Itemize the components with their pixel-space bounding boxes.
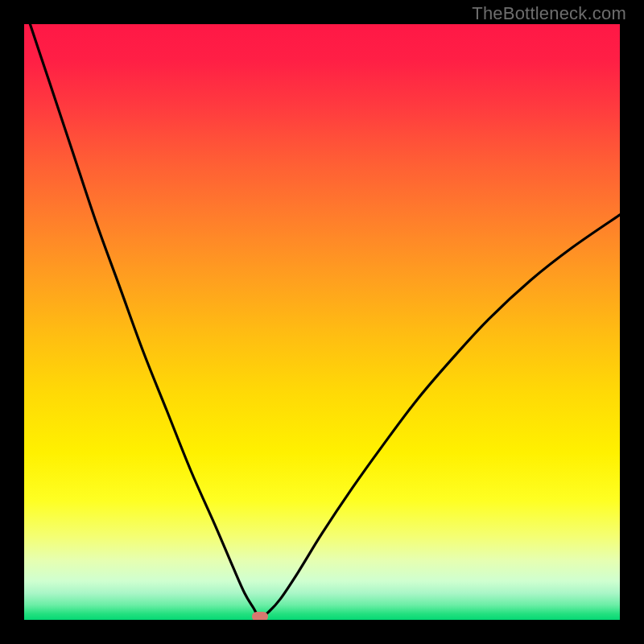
- min-marker: [252, 612, 268, 620]
- bottleneck-curve: [24, 24, 620, 617]
- watermark-text: TheBottleneck.com: [472, 3, 626, 24]
- chart-frame: TheBottleneck.com: [0, 0, 644, 644]
- curve-layer: [24, 24, 620, 620]
- plot-area: [24, 24, 620, 620]
